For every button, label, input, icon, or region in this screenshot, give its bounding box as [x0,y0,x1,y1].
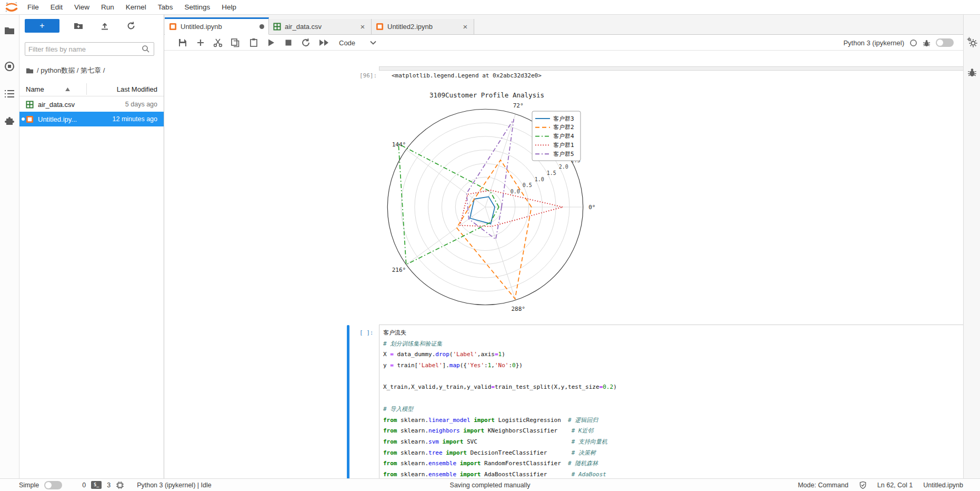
radar-chart-output: 3109Customer Profile Analysis0°72°144°21… [379,80,605,318]
autoscroll-toggle[interactable] [936,38,954,47]
menu-item-edit[interactable]: Edit [45,0,68,14]
radar-chart: 3109Customer Profile Analysis0°72°144°21… [379,80,605,318]
search-icon [142,45,150,53]
code-line[interactable]: X = data_dummy.drop('Label',axis=1) [383,349,980,360]
save-icon[interactable] [178,38,187,47]
output-prompt: [96]: [359,72,377,79]
right-sidebar [963,15,980,478]
code-line[interactable]: # 划分训练集和验证集 [383,339,980,350]
code-line[interactable]: from sklearn.linear_model import Logisti… [383,415,980,426]
code-line[interactable] [383,393,980,404]
previous-cell-partial[interactable] [379,66,980,71]
extensions-icon[interactable] [4,117,15,127]
code-line[interactable]: y = train['Label'].map({'Yes':1,'No':0}) [383,360,980,371]
code-line[interactable]: from sklearn.neighbors import KNeighbors… [383,426,980,437]
terminal-icon[interactable]: S_ [91,481,102,489]
code-line[interactable]: # 导入模型 [383,404,980,415]
debugger-bug-icon[interactable] [923,39,931,47]
debugger-sidebar-bug-icon[interactable] [967,67,977,77]
file-modified: 12 minutes ago [113,115,157,123]
run-icon[interactable] [266,38,276,47]
code-cell-editor[interactable]: 客户流失# 划分训练集和验证集X = data_dummy.drop('Labe… [379,325,980,491]
code-line[interactable]: 客户流失 [383,328,980,339]
jupyter-logo-icon [5,2,18,13]
refresh-icon[interactable] [126,21,136,31]
menu-item-kernel[interactable]: Kernel [120,0,152,14]
terminals-count: 0 [82,482,86,489]
home-folder-icon [26,67,34,75]
kernel-status-text[interactable]: Python 3 (ipykernel) | Idle [137,482,212,489]
table-of-contents-icon[interactable] [4,89,15,99]
cut-icon[interactable] [213,38,223,47]
jupyterlab-window: FileEditViewRunKernelTabsSettingsHelp + … [0,0,980,491]
status-bar: Simple 0 S_ 3 Python 3 (ipykernel) | Idl… [0,478,980,491]
file-row-untitled.ipy...[interactable]: Untitled.ipy...12 minutes ago [19,112,164,126]
notebook-toolbar: Code Python 3 (ipykernel) [164,35,963,51]
notebook-file-icon [169,23,177,31]
breadcrumb[interactable]: / python数据 / 第七章 / [26,65,105,76]
kernel-name[interactable]: Python 3 (ipykernel) [843,39,904,47]
tab-untitled2-ipynb[interactable]: Untitled2.ipynb× [372,19,474,35]
status-filename: Untitled.ipynb [923,482,963,489]
svg-text:客户群4: 客户群4 [553,133,574,140]
tab-bar: Untitled.ipynbair_data.csv×Untitled2.ipy… [164,15,963,35]
paste-icon[interactable] [249,38,258,47]
simple-mode-toggle[interactable] [44,481,62,489]
cell-type-value: Code [339,39,355,47]
file-modified: 5 days ago [125,101,157,108]
column-name[interactable]: Name [26,85,44,93]
breadcrumb-path: / python数据 / 第七章 / [37,66,105,75]
file-row-air-data.csv[interactable]: air_data.csv5 days ago [19,97,164,112]
running-kernels-icon[interactable] [4,61,15,72]
radar-series-客户群4 [398,144,499,264]
close-icon[interactable]: × [461,23,469,31]
copy-icon[interactable] [231,38,240,47]
new-launcher-button[interactable]: + [25,19,59,33]
tab-untitled-ipynb[interactable]: Untitled.ipynb [165,17,269,35]
close-icon[interactable]: × [358,23,367,31]
chart-title: 3109Customer Profile Analysis [429,91,544,99]
simple-mode-label: Simple [19,482,39,489]
new-folder-icon[interactable] [74,21,83,31]
column-last-modified[interactable]: Last Modified [117,85,157,93]
menu-item-view[interactable]: View [68,0,95,14]
code-line[interactable]: X_train,X_valid,y_train,y_valid=train_te… [383,382,980,393]
restart-kernel-icon[interactable] [301,38,311,47]
file-filter-input[interactable] [25,45,142,53]
kernel-zone: Python 3 (ipykernel) [843,37,954,48]
restart-run-all-icon[interactable] [318,38,330,47]
cell-type-dropdown[interactable]: Code [339,37,387,48]
code-line[interactable]: from sklearn.ensemble import RandomFores… [383,458,980,469]
svg-text:0.0: 0.0 [511,189,520,194]
unsaved-dot-icon [259,24,264,29]
cell-collapser[interactable] [347,325,349,491]
kernels-count: 3 [107,482,111,489]
cursor-position[interactable]: Ln 62, Col 1 [877,482,913,489]
code-line[interactable]: from sklearn.svm import SVC # 支持向量机 [383,437,980,448]
menu-item-settings[interactable]: Settings [178,0,216,14]
menu-item-help[interactable]: Help [216,0,242,14]
upload-icon[interactable] [100,21,109,31]
file-filter-box [25,42,154,56]
file-list-header: Name Last Modified [19,82,164,96]
command-mode-indicator[interactable]: Mode: Command [798,482,848,489]
chevron-down-icon [370,41,376,45]
menu-item-file[interactable]: File [22,0,45,14]
menu-item-run[interactable]: Run [95,0,120,14]
file-browser-icon[interactable] [4,25,15,36]
svg-text:客户群1: 客户群1 [553,142,574,149]
csv-file-icon [273,23,281,31]
kernel-chip-icon[interactable] [116,481,124,489]
svg-text:2.0: 2.0 [559,164,568,170]
property-inspector-gears-icon[interactable] [967,37,977,47]
output-text: <matplotlib.legend.Legend at 0x2abc32d32… [392,72,542,79]
code-line[interactable]: from sklearn.tree import DecisionTreeCla… [383,448,980,459]
svg-text:0°: 0° [588,204,595,211]
notebook-file-icon [26,115,34,123]
tab-air-data-csv[interactable]: air_data.csv× [269,19,372,35]
add-cell-icon[interactable] [196,38,205,47]
code-line[interactable] [383,371,980,382]
stop-icon[interactable] [284,38,293,47]
file-name: air_data.csv [38,101,125,109]
menu-item-tabs[interactable]: Tabs [152,0,179,14]
